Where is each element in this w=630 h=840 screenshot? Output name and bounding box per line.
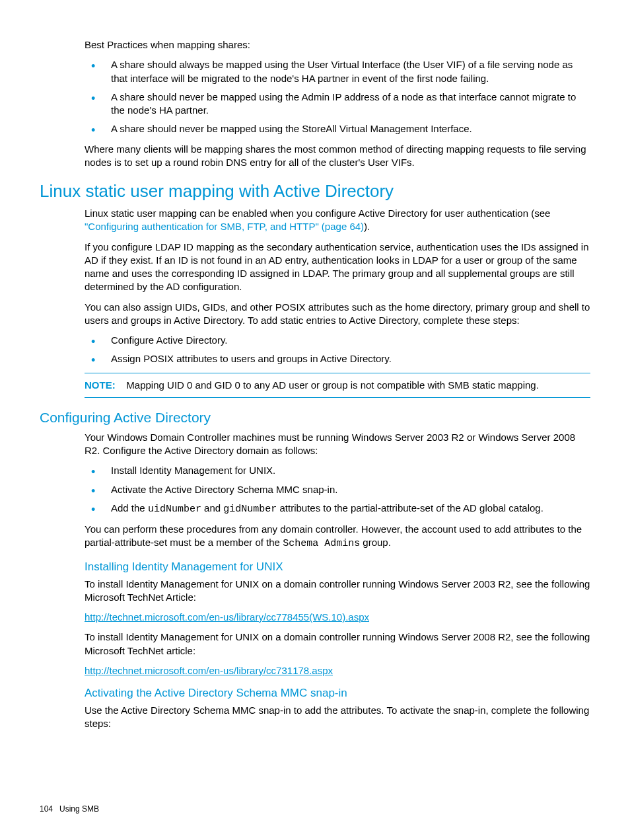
code-gidnumber: gidNumber: [223, 504, 277, 515]
page-number: 104: [40, 804, 53, 814]
intro-closing: Where many clients will be mapping share…: [85, 143, 590, 170]
list-item: Assign POSIX attributes to users and gro…: [85, 352, 590, 365]
list-item: Install Identity Management for UNIX.: [85, 464, 590, 477]
list-item: A share should never be mapped using the…: [85, 91, 590, 118]
subheading-activate-schema: Activating the Active Directory Schema M…: [85, 687, 590, 700]
sub1-p2: To install Identity Management for UNIX …: [85, 630, 590, 658]
note-box: NOTE: Mapping UID 0 and GID 0 to any AD …: [85, 373, 590, 398]
section2-p2: You can perform these procedures from an…: [85, 523, 590, 551]
page-footer: 104Using SMB: [40, 804, 99, 814]
note-content: NOTE: Mapping UID 0 and GID 0 to any AD …: [85, 379, 590, 392]
code-uidnumber: uidNumber: [148, 504, 201, 515]
list-item: A share should never be mapped using the…: [85, 122, 590, 135]
section1-steps-list: Configure Active Directory. Assign POSIX…: [85, 334, 590, 366]
link-technet-2008[interactable]: http://technet.microsoft.com/en-us/libra…: [85, 665, 333, 676]
text: Add the: [111, 502, 148, 514]
link-technet-2003[interactable]: http://technet.microsoft.com/en-us/libra…: [85, 611, 369, 623]
intro-section: Best Practices when mapping shares: A sh…: [85, 38, 590, 169]
code-schema-admins: Schema Admins: [283, 538, 360, 549]
note-label: NOTE:: [85, 379, 116, 391]
link-config-auth[interactable]: "Configuring authentication for SMB, FTP…: [85, 221, 364, 232]
text: Linux static user mapping can be enabled…: [85, 208, 550, 219]
section1-p1: Linux static user mapping can be enabled…: [85, 207, 590, 234]
section1-p2: If you configure LDAP ID mapping as the …: [85, 241, 590, 294]
sub1-p1: To install Identity Management for UNIX …: [85, 578, 590, 605]
text: and: [201, 502, 223, 514]
section1-p3: You can also assign UIDs, GIDs, and othe…: [85, 301, 590, 328]
text: attributes to the partial-attribute-set …: [277, 502, 543, 514]
sub2-p1: Use the Active Directory Schema MMC snap…: [85, 704, 590, 731]
best-practices-list: A share should always be mapped using th…: [85, 58, 590, 135]
text: group.: [360, 537, 391, 548]
section-heading-config-ad: Configuring Active Directory: [40, 410, 590, 426]
sub1-link1-wrapper: http://technet.microsoft.com/en-us/libra…: [85, 611, 590, 624]
note-text: Mapping UID 0 and GID 0 to any AD user o…: [126, 379, 538, 391]
section1-body: Linux static user mapping can be enabled…: [85, 207, 590, 398]
footer-section-label: Using SMB: [59, 804, 99, 814]
list-item: Activate the Active Directory Schema MMC…: [85, 483, 590, 496]
sub1-link2-wrapper: http://technet.microsoft.com/en-us/libra…: [85, 664, 590, 677]
section2-body: Your Windows Domain Controller machines …: [85, 431, 590, 731]
list-item: A share should always be mapped using th…: [85, 58, 590, 85]
section2-list: Install Identity Management for UNIX. Ac…: [85, 464, 590, 516]
section2-p1: Your Windows Domain Controller machines …: [85, 431, 590, 458]
text: ).: [364, 221, 370, 232]
section-heading-linux-mapping: Linux static user mapping with Active Di…: [40, 181, 590, 202]
best-practices-heading: Best Practices when mapping shares:: [85, 38, 590, 52]
subheading-install-idm: Installing Identity Management for UNIX: [85, 560, 590, 574]
list-item: Configure Active Directory.: [85, 334, 590, 347]
list-item: Add the uidNumber and gidNumber attribut…: [85, 502, 590, 516]
